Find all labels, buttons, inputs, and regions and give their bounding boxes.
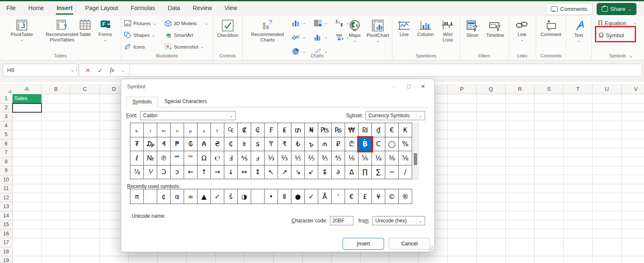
close-icon[interactable]	[416, 81, 430, 92]
symbol-cell[interactable]: ℗	[157, 151, 171, 165]
row-header-13[interactable]: 13	[0, 202, 13, 211]
symbol-cell[interactable]: ₛ	[197, 123, 211, 137]
recent-symbol-cell[interactable]: ¢	[157, 189, 171, 204]
hierarchy-chart-button[interactable]	[314, 19, 327, 27]
symbol-cell[interactable]: Ⅎ	[224, 151, 238, 165]
symbol-cell[interactable]: ₭	[399, 123, 412, 137]
symbol-cell[interactable]: ₮	[130, 137, 144, 152]
row-header-6[interactable]: 6	[0, 139, 13, 149]
smartart-button[interactable]: SmartArt	[165, 32, 193, 38]
link-button[interactable]: Link	[514, 20, 530, 41]
symbol-cell[interactable]: ⅚	[358, 151, 372, 165]
recent-symbol-cell[interactable]: α	[171, 189, 184, 204]
comment-button[interactable]: Comment	[538, 20, 564, 37]
symbol-cell[interactable]: ₢	[251, 123, 265, 137]
column-header-R[interactable]: R	[506, 84, 535, 94]
row-header-18[interactable]: 18	[0, 248, 13, 257]
symbol-cell[interactable]: ℮	[211, 151, 224, 165]
text-button[interactable]: Text	[570, 19, 587, 42]
symbol-cell[interactable]: ↘	[291, 165, 305, 180]
row-header-4[interactable]: 4	[0, 121, 13, 131]
symbol-cell[interactable]: ∑	[372, 165, 385, 180]
symbol-cell[interactable]: ℠	[171, 151, 184, 165]
shapes-button[interactable]: Shapes	[124, 32, 155, 38]
column-header-V[interactable]: V	[622, 84, 644, 94]
symbol-cell[interactable]: ∏	[358, 165, 372, 180]
symbol-cell[interactable]: ₶	[238, 137, 251, 152]
row-header-11[interactable]: 11	[0, 184, 13, 193]
symbol-cell-bitcoin-selected[interactable]: B	[358, 137, 372, 152]
column-header-U[interactable]: U	[592, 84, 621, 94]
from-dropdown[interactable]: Unicode (hex)	[372, 216, 425, 225]
menu-item-formulas[interactable]: Formulas	[125, 1, 161, 16]
symbol-cell[interactable]: ₚ	[184, 123, 197, 137]
symbol-cell[interactable]: ™	[184, 151, 197, 165]
select-all-corner[interactable]	[0, 84, 13, 95]
menu-item-page-layout[interactable]: Page Layout	[79, 1, 125, 16]
recent-symbol-cell[interactable]: ▲	[197, 189, 211, 204]
subset-dropdown[interactable]: Currency Symbols	[366, 111, 425, 120]
symbol-cell[interactable]: ₷	[251, 137, 265, 152]
symbol-cell[interactable]: ⅝	[399, 151, 412, 165]
symbol-cell[interactable]: ₽	[332, 137, 345, 152]
symbol-cell[interactable]: ↖	[265, 165, 278, 180]
name-box[interactable]: H9	[3, 64, 78, 77]
symbol-cell[interactable]: ↗	[278, 165, 291, 180]
symbol-cell[interactable]: ₠	[224, 123, 238, 137]
character-code-input[interactable]	[330, 216, 353, 225]
symbol-cell[interactable]: ₲	[184, 137, 197, 152]
symbol-cell[interactable]: ₪	[358, 123, 372, 137]
symbol-cell[interactable]: ⅜	[385, 151, 399, 165]
symbol-grid-scrollbar[interactable]	[413, 123, 419, 180]
recent-symbol-cell[interactable]: π	[130, 189, 144, 204]
slicer-button[interactable]: Slicer	[462, 20, 483, 38]
symbol-cell[interactable]: ∂	[332, 165, 345, 180]
recent-symbol-cell[interactable]: ¥	[372, 189, 385, 204]
symbol-cell[interactable]: ∆	[345, 165, 358, 180]
tab-symbols[interactable]: Symbols	[126, 97, 158, 107]
symbol-cell[interactable]: ₱	[171, 137, 184, 152]
symbol-cell[interactable]: →	[211, 165, 224, 180]
row-header-14[interactable]: 14	[0, 211, 13, 221]
symbol-cell[interactable]: %	[399, 137, 412, 152]
cancel-entry-icon[interactable]	[86, 67, 91, 74]
symbol-cell[interactable]: ⅗	[318, 151, 332, 165]
recent-symbol-cell[interactable]: ●	[291, 189, 305, 204]
symbol-cell[interactable]: ₣	[265, 123, 278, 137]
row-header-17[interactable]: 17	[0, 238, 13, 248]
icons-button[interactable]: Icons	[124, 44, 145, 50]
recent-symbol-cell[interactable]: ®	[399, 189, 412, 204]
confirm-entry-icon[interactable]	[98, 67, 103, 74]
symbol-cell[interactable]: ⅔	[278, 151, 291, 165]
row-header-2[interactable]: 2	[0, 103, 13, 113]
column-header-B[interactable]: B	[42, 84, 70, 94]
menu-item-home[interactable]: Home	[22, 1, 50, 16]
symbol-cell[interactable]: ◯	[385, 137, 399, 152]
column-header-T[interactable]: T	[564, 84, 592, 94]
symbol-cell[interactable]: ₡	[238, 123, 251, 137]
pivottable-button[interactable]: PivotTable	[6, 19, 38, 41]
forms-button[interactable]: F Forms	[96, 19, 115, 41]
menu-item-file[interactable]: File	[0, 1, 22, 16]
symbol-cell[interactable]: C	[372, 137, 385, 152]
sparkline-winloss-button[interactable]: Win/ Loss	[439, 20, 457, 43]
symbol-cell[interactable]: ↙	[305, 165, 318, 180]
symbol-cell[interactable]: ↓	[224, 165, 238, 180]
column-header-S[interactable]: S	[535, 84, 564, 94]
recent-symbol-cell[interactable]: š	[224, 189, 238, 204]
recent-symbol-cell[interactable]: €	[345, 189, 358, 204]
row-header-9[interactable]: 9	[0, 166, 13, 175]
menu-item-view[interactable]: View	[218, 1, 244, 16]
symbol-button[interactable]: Ω Symbol	[599, 31, 624, 39]
symbol-cell[interactable]: ⅙	[345, 151, 358, 165]
recent-symbol-cell[interactable]: •	[265, 189, 278, 204]
tab-special-characters[interactable]: Special Characters	[158, 96, 213, 107]
symbol-cell[interactable]: ₤	[278, 123, 291, 137]
row-header-10[interactable]: 10	[0, 175, 13, 185]
symbol-cell[interactable]: ₺	[291, 137, 305, 152]
recent-symbol-cell[interactable]: £	[358, 189, 372, 204]
table-button[interactable]: Table	[75, 19, 95, 37]
symbol-cell[interactable]: ₥	[291, 123, 305, 137]
symbol-cell[interactable]: ₨	[332, 123, 345, 137]
menu-item-data[interactable]: Data	[161, 1, 187, 16]
